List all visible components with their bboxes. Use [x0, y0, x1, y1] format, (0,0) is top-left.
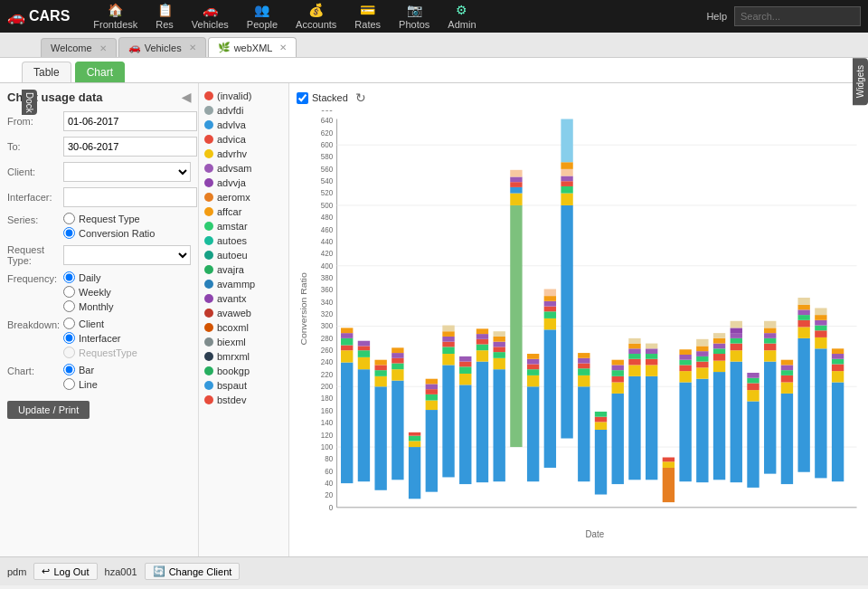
- logout-button[interactable]: ↩ Log Out: [33, 563, 97, 580]
- frequency-monthly[interactable]: Monthly: [63, 300, 114, 312]
- svg-rect-166: [696, 379, 708, 482]
- frequency-weekly[interactable]: Weekly: [63, 286, 114, 298]
- svg-rect-54: [358, 341, 370, 347]
- change-client-icon: 🔄: [153, 565, 165, 577]
- breakdown-interfacer[interactable]: Interfacer: [63, 332, 137, 344]
- svg-text:360: 360: [321, 285, 334, 294]
- nav-icon-admin: ⚙: [456, 3, 467, 17]
- legend-dot-avajra: [204, 265, 213, 274]
- dock-toggle[interactable]: Dock: [22, 90, 37, 115]
- series-request-type[interactable]: Request Type: [63, 213, 155, 224]
- nav-item-vehicles[interactable]: 🚗Vehicles: [183, 0, 238, 33]
- svg-rect-213: [815, 337, 826, 348]
- series-radio-group: Request Type Conversion Ratio: [63, 213, 155, 239]
- svg-rect-163: [679, 360, 691, 366]
- svg-rect-133: [578, 353, 590, 358]
- nav-item-photos[interactable]: 📷Photos: [390, 0, 439, 33]
- svg-rect-117: [544, 301, 556, 307]
- frequency-weekly-label: Weekly: [79, 287, 111, 298]
- change-client-button[interactable]: 🔄 Change Client: [145, 563, 241, 580]
- svg-rect-48: [341, 333, 353, 338]
- breakdown-requesttype[interactable]: RequestType: [63, 347, 137, 358]
- help-link[interactable]: Help: [706, 11, 727, 22]
- nav-item-res[interactable]: 📋Res: [146, 0, 183, 33]
- update-button[interactable]: Update / Print: [7, 401, 90, 419]
- frequency-monthly-label: Monthly: [79, 301, 114, 312]
- series-conversion-ratio-label: Conversion Ratio: [79, 228, 155, 239]
- svg-text:100: 100: [321, 442, 334, 451]
- svg-rect-53: [358, 346, 370, 350]
- svg-rect-47: [341, 338, 353, 346]
- to-date-input[interactable]: [63, 137, 197, 157]
- legend-dot-bcoxml: [204, 323, 213, 332]
- tab-close[interactable]: ✕: [99, 43, 107, 53]
- tabs-bar: Dock Welcome ✕🚗 Vehicles ✕🌿 webXML ✕: [0, 33, 868, 58]
- request-type-label: Request Type:: [7, 244, 63, 266]
- svg-rect-81: [442, 331, 454, 337]
- interfacer-input[interactable]: [63, 187, 197, 207]
- svg-rect-120: [561, 205, 572, 439]
- svg-rect-195: [764, 338, 776, 344]
- tab-label: Welcome: [51, 43, 92, 53]
- svg-rect-119: [544, 289, 556, 296]
- nav-item-rates[interactable]: 💳Rates: [345, 0, 390, 33]
- subtab-chart[interactable]: Chart: [75, 62, 125, 82]
- refresh-icon[interactable]: ↻: [355, 90, 366, 105]
- svg-rect-214: [815, 330, 826, 337]
- svg-rect-146: [628, 359, 640, 366]
- svg-text:520: 520: [321, 188, 334, 197]
- svg-rect-46: [341, 345, 353, 350]
- svg-rect-114: [544, 318, 556, 329]
- tab-close[interactable]: ✕: [189, 43, 196, 52]
- change-client-label: Change Client: [169, 566, 232, 577]
- nav-item-admin[interactable]: ⚙Admin: [439, 0, 485, 33]
- frequency-daily-label: Daily: [79, 272, 100, 283]
- search-input[interactable]: [734, 6, 861, 26]
- svg-rect-221: [832, 364, 844, 371]
- svg-rect-222: [832, 359, 844, 365]
- svg-rect-99: [494, 337, 505, 342]
- legend-item-avammp: avammp: [199, 277, 288, 291]
- svg-text:260: 260: [321, 346, 334, 355]
- subtabs-bar: TableChart: [0, 58, 868, 83]
- nav-item-people[interactable]: 👥People: [238, 0, 287, 33]
- widgets-toggle[interactable]: Widgets: [853, 58, 868, 105]
- stacked-checkbox[interactable]: [297, 92, 308, 104]
- series-conversion-ratio[interactable]: Conversion Ratio: [63, 227, 155, 239]
- chart-radio-group: Bar Line: [63, 364, 98, 390]
- svg-rect-125: [561, 169, 572, 176]
- frequency-daily[interactable]: Daily: [63, 271, 114, 283]
- request-type-select[interactable]: [63, 245, 191, 265]
- legend-label-(invalid): (invalid): [217, 90, 252, 101]
- svg-rect-64: [392, 353, 403, 358]
- panel-collapse[interactable]: ◀: [182, 90, 191, 104]
- from-date-input[interactable]: [63, 111, 197, 131]
- svg-rect-44: [341, 363, 353, 484]
- widgets-label: Widgets: [855, 65, 865, 98]
- stacked-checkbox-label[interactable]: Stacked: [297, 92, 348, 104]
- legend-label-bcoxml: bcoxml: [217, 322, 249, 333]
- tab-welcome[interactable]: Welcome ✕: [41, 38, 117, 57]
- tab-vehicles[interactable]: 🚗 Vehicles ✕: [118, 37, 206, 57]
- svg-rect-68: [409, 436, 420, 442]
- legend-label-bstdev: bstdev: [217, 394, 246, 405]
- svg-rect-169: [696, 356, 708, 362]
- legend-dot-advfdi: [204, 106, 213, 115]
- svg-text:540: 540: [321, 176, 334, 185]
- chart-bar[interactable]: Bar: [63, 364, 98, 375]
- subtab-table[interactable]: Table: [22, 62, 71, 82]
- legend-label-avammp: avammp: [217, 279, 255, 290]
- nav-item-frontdesk[interactable]: 🏠Frontdesk: [84, 0, 146, 33]
- svg-rect-113: [544, 329, 556, 468]
- client-select[interactable]: [63, 162, 191, 182]
- legend-label-avantx: avantx: [217, 293, 246, 304]
- chart-line[interactable]: Line: [63, 378, 98, 390]
- tab-webxml[interactable]: 🌿 webXML ✕: [208, 37, 297, 57]
- svg-rect-52: [358, 350, 370, 357]
- legend-item-advlva: advlva: [199, 118, 288, 132]
- legend-dot-amstar: [204, 222, 213, 231]
- nav-item-accounts[interactable]: 💰Accounts: [287, 0, 345, 33]
- tab-close[interactable]: ✕: [279, 43, 287, 52]
- svg-rect-165: [679, 349, 691, 355]
- breakdown-client[interactable]: Client: [63, 318, 137, 329]
